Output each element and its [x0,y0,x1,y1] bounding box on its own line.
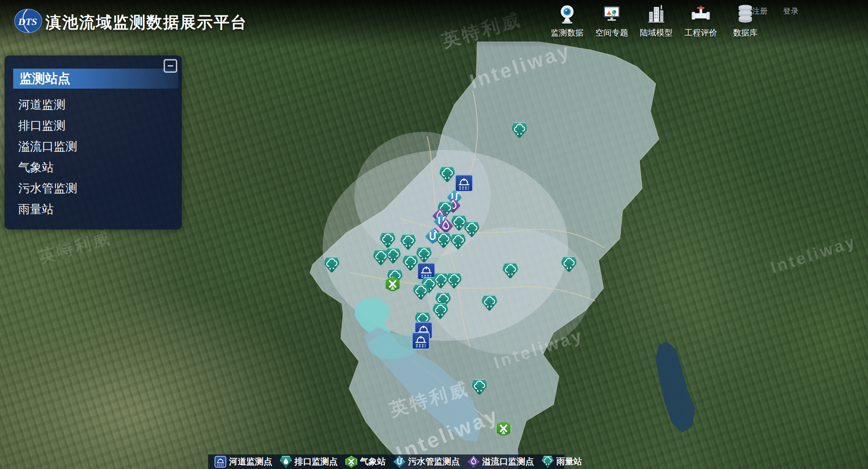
legend-label: 河道监测点 [229,456,272,468]
rain-station-marker[interactable] [481,295,498,311]
rain-station-marker[interactable] [446,273,462,289]
rain-station-marker[interactable] [432,303,449,319]
legend-label: 气象站 [360,456,386,468]
legend-item-rain[interactable]: 雨量站 [542,456,582,468]
rain-station-marker[interactable] [400,234,416,250]
rain-station-marker[interactable] [439,166,455,183]
nav-label: 工程评价 [684,27,717,38]
legend-label: 排口监测点 [294,456,338,468]
rain-marker-icon [542,456,554,468]
weather-station-marker[interactable] [385,276,400,292]
rain-station-marker[interactable] [511,122,528,139]
legend-item-sewage[interactable]: 污水管监测点 [394,456,460,468]
webcam-icon [556,3,579,25]
auth-links: 注册 登录 [752,6,798,16]
sidebar-item-sewage-monitoring[interactable]: 污水管监测 [5,178,182,199]
sewage-marker-icon [394,456,405,468]
legend-item-river[interactable]: 河道监测点 [215,456,272,468]
nav-label: 监测数据 [551,27,584,38]
outlet-marker-icon [280,456,292,468]
legend-item-weather[interactable]: 气象站 [345,456,386,468]
page-title: 滇池流域监测数据展示平台 [45,12,247,33]
rain-station-marker[interactable] [324,257,340,273]
app-logo[interactable]: DTS [14,8,43,34]
legend-label: 雨量站 [556,456,582,468]
nav-item-monitor-data[interactable]: 监测数据 [547,3,588,38]
rain-station-marker[interactable] [402,255,419,271]
panel-menu: 河道监测 排口监测 溢流口监测 气象站 污水管监测 雨量站 [5,94,182,220]
sidebar-item-outlet-monitoring[interactable]: 排口监测 [5,115,182,136]
monitoring-stations-panel: 监测站点 河道监测 排口监测 溢流口监测 气象站 污水管监测 雨量站 [5,55,182,230]
login-link[interactable]: 登录 [783,6,798,16]
panel-title[interactable]: 监测站点 [13,69,178,89]
legend-label: 溢流口监测点 [482,456,534,468]
rain-station-marker[interactable] [502,263,519,279]
sidebar-item-overflow-monitoring[interactable]: 溢流口监测 [5,136,182,157]
rain-station-marker[interactable] [413,284,429,300]
river-monitoring-marker[interactable] [412,332,430,349]
rain-station-marker[interactable] [435,232,452,249]
map-legend: 河道监测点 排口监测点 气象站 污水管监测点 溢流口监测点 雨量站 [208,454,564,469]
weather-marker-icon [345,456,357,468]
monitor-chart-icon [600,3,623,25]
legend-item-outlet[interactable]: 排口监测点 [280,456,338,468]
nav-item-spatial-topics[interactable]: 空间专题 [591,3,632,38]
rain-station-marker[interactable] [471,379,488,395]
collapse-panel-button[interactable] [164,59,177,73]
top-nav: 监测数据 空间专题 [547,3,766,38]
legend-item-overflow[interactable]: 溢流口监测点 [468,456,534,468]
river-marker-icon [215,456,226,468]
weather-station-marker[interactable] [496,421,511,436]
register-link[interactable]: 注册 [752,6,768,16]
nav-label: 陆域模型 [640,27,673,38]
nav-label: 空间专题 [595,27,628,38]
legend-label: 污水管监测点 [408,456,460,468]
sidebar-item-weather-station[interactable]: 气象站 [5,157,182,178]
valve-icon [689,3,712,25]
nav-item-project-eval[interactable]: 工程评价 [680,3,721,38]
river-monitoring-marker[interactable] [455,175,473,192]
rain-station-marker[interactable] [561,256,577,273]
sidebar-item-rain-station[interactable]: 雨量站 [5,199,182,220]
overflow-marker-icon [468,456,479,468]
rain-station-marker[interactable] [373,249,389,266]
rain-station-marker[interactable] [379,232,396,249]
nav-label: 数据库 [733,27,758,38]
lake-east [656,342,695,433]
sidebar-item-river-monitoring[interactable]: 河道监测 [5,94,182,115]
rain-station-marker[interactable] [450,234,466,250]
nav-item-land-model[interactable]: 陆域模型 [636,3,677,38]
logo-letters: DTS [18,16,37,27]
buildings-icon [645,3,668,25]
